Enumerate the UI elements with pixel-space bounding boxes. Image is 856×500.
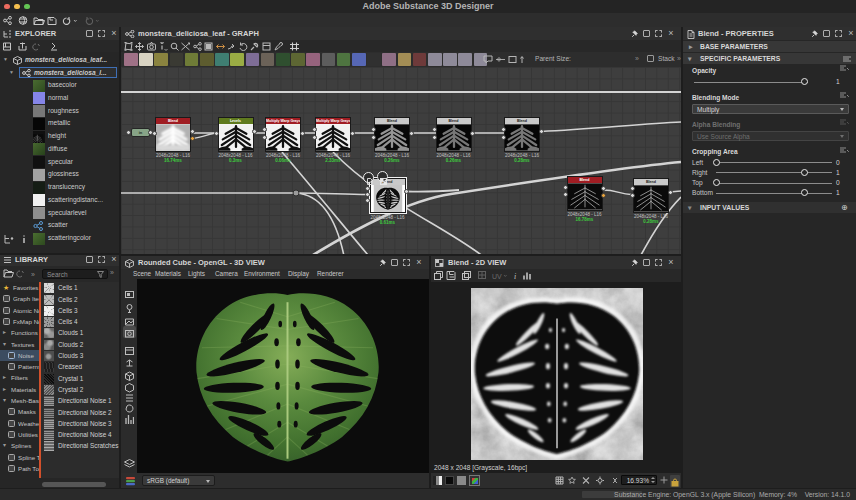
svg-text:UV: UV [492,273,502,280]
svg-text:»: » [31,271,35,278]
svg-text:i: i [514,272,516,281]
